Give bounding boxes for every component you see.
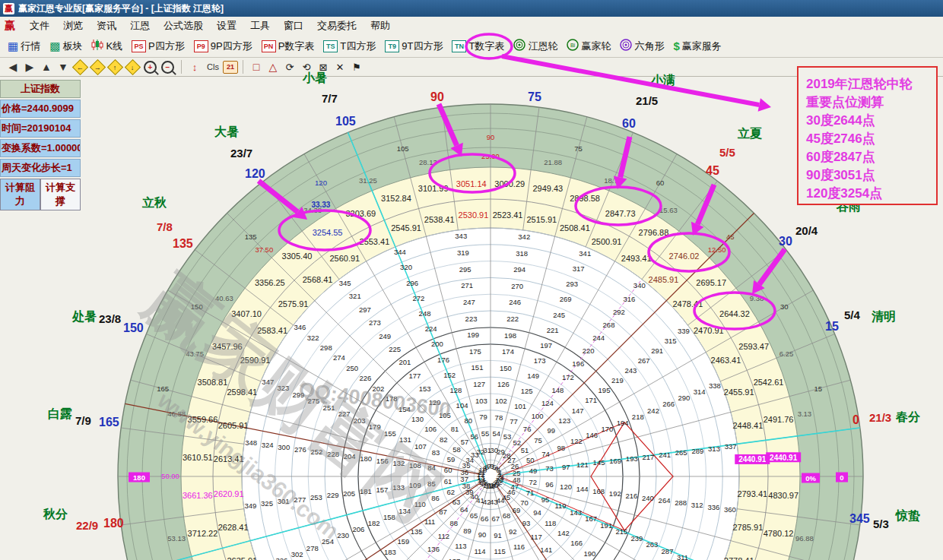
svg-text:314: 314 [694,388,706,396]
drawtool-cls-button[interactable]: Cls [203,59,223,74]
wheel-label-立夏: 立夏 [738,126,762,142]
svg-text:58: 58 [452,445,461,454]
svg-text:302: 302 [291,550,303,558]
toolbar-button-hexagon[interactable]: 六角形 [615,37,668,55]
svg-text:146: 146 [586,431,598,439]
svg-text:111: 111 [424,517,435,526]
svg-text:123: 123 [558,416,570,425]
toolbar-button-quotes[interactable]: ▦行情 [3,38,45,55]
drawtool-move-down[interactable]: ↓ [125,59,141,74]
toolbar-button-winner-wheel[interactable]: Bi赢家轮 [562,37,615,55]
svg-text:167: 167 [585,514,597,523]
svg-text:193: 193 [626,454,638,463]
toolbar-button-t-square[interactable]: TST四方形 [319,38,380,55]
svg-text:9.38: 9.38 [750,294,764,302]
drawtool-crosshair[interactable]: ✕ [332,59,348,74]
svg-text:336: 336 [707,503,719,511]
menu-item-6[interactable]: 工具 [243,18,277,33]
menu-item-8[interactable]: 交易委托 [310,18,364,33]
menu-item-3[interactable]: 江恩 [123,18,157,33]
svg-text:114: 114 [475,547,486,555]
wheel-label-345: 345 [849,512,870,526]
svg-text:71: 71 [526,489,535,497]
drawtool-rotate-up[interactable]: ▲ [38,59,55,74]
drawtool-triangle-tool[interactable]: △ [265,59,281,74]
menu-item-1[interactable]: 浏览 [56,18,90,33]
svg-text:3610.51: 3610.51 [183,453,213,462]
svg-text:75: 75 [574,144,583,153]
drawtool-zoom-out[interactable]: − [161,61,174,74]
calc-resistance-button[interactable]: 计算阻力 [0,179,40,210]
wheel-label-大暑: 大暑 [214,125,239,141]
toolbar-button-sectors[interactable]: ▩板块 [45,38,87,55]
svg-text:266: 266 [662,400,675,408]
svg-text:122: 122 [570,437,583,445]
toolbar-button-p-table[interactable]: PNP数字表 [257,38,319,55]
toolbar-label: T四方形 [340,40,376,53]
svg-text:12.50: 12.50 [708,245,726,254]
wheel-label-春分: 春分 [896,410,920,426]
wheel-label-45: 45 [706,164,719,178]
toolbar-button-winner-service[interactable]: $赢家服务 [668,38,726,55]
toolbar-button-9p-square[interactable]: P99P四方形 [189,38,257,55]
svg-text:170: 170 [601,425,613,433]
calc-support-button[interactable]: 计算支撑 [40,179,81,210]
menu-item-7[interactable]: 窗口 [277,18,310,33]
wheel-label-150: 150 [123,321,144,335]
svg-text:225: 225 [389,345,401,353]
svg-text:63: 63 [452,498,461,506]
drawtool-zoom-in[interactable]: + [144,61,157,74]
menu-item-9[interactable]: 帮助 [364,18,397,33]
svg-text:95: 95 [541,495,550,504]
svg-text:3051.14: 3051.14 [456,179,487,188]
menu-item-4[interactable]: 公式选股 [157,18,210,33]
svg-text:343: 343 [455,232,467,240]
drawtool-scroll-left[interactable]: ◀ [5,59,21,74]
svg-text:100: 100 [532,412,544,420]
drawtool-rotate-cw[interactable]: ⟳ [281,59,298,74]
index-name: 上证指数 [0,80,81,98]
drawtool-pointer-flag[interactable]: ⚑ [348,59,365,74]
svg-text:98: 98 [557,444,565,452]
svg-text:173: 173 [534,356,546,365]
wheel-label-处暑: 处暑 [72,309,97,325]
svg-text:0%: 0% [805,474,816,482]
svg-text:3661.36: 3661.36 [183,491,213,500]
svg-text:2478.41: 2478.41 [673,299,703,308]
drawtool-rotate-down[interactable]: ▼ [55,59,71,74]
svg-text:55: 55 [481,429,490,438]
drawtool-move-right[interactable]: → [90,59,106,74]
toolbar-label: 赢家服务 [682,40,722,53]
drawtool-move-up[interactable]: ↑ [107,59,123,74]
svg-text:296: 296 [406,279,418,287]
menu-item-2[interactable]: 资讯 [90,18,123,33]
drawtool-square-tool[interactable]: □ [248,59,265,74]
svg-text:223: 223 [465,315,478,323]
svg-text:2695.17: 2695.17 [696,278,726,287]
drawtool-scroll-right[interactable]: ▶ [21,59,38,74]
menu-item-5[interactable]: 设置 [210,18,243,33]
drawtool-move-left[interactable]: ← [72,59,88,74]
toolbar-button-p-square[interactable]: PSP四方形 [127,38,189,55]
svg-text:51: 51 [521,446,529,454]
svg-text:141: 141 [540,546,552,554]
toolbar-label: P数字表 [278,40,315,53]
svg-text:317: 317 [573,264,585,273]
svg-text:221: 221 [547,326,559,334]
drawtool-calendar[interactable]: 21 [223,61,238,74]
svg-text:105: 105 [397,144,409,153]
svg-text:112: 112 [438,532,449,540]
toolbar-button-kline[interactable]: K线 [87,38,127,55]
svg-text:222: 222 [506,315,519,323]
toolbar-button-gann-wheel[interactable]: 江恩轮 [509,37,562,55]
svg-text:90: 90 [478,530,487,539]
toolbar-button-9t-square[interactable]: T99T四方形 [380,38,447,55]
wheel-label-180: 180 [103,517,124,530]
toolbar-button-t-table[interactable]: TNT数字表 [447,38,509,55]
svg-text:176: 176 [437,356,449,364]
menu-item-0[interactable]: 文件 [23,18,56,33]
drawtool-range-tool[interactable]: ↕ [186,59,203,74]
svg-text:2440.91: 2440.91 [738,455,767,464]
svg-text:191: 191 [600,521,612,530]
svg-text:287: 287 [662,547,674,555]
